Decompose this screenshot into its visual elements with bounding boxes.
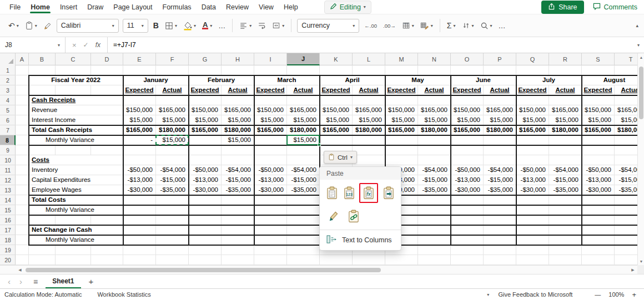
clipboard-paste-button[interactable]: ▾ xyxy=(22,18,40,33)
cell-P12[interactable]: -$15,000 xyxy=(484,175,516,185)
column-header-D[interactable]: D xyxy=(91,53,123,65)
number-format-select[interactable]: Currency▾ xyxy=(297,19,359,33)
cell-R7[interactable]: $180,000 xyxy=(549,125,581,135)
cell-L6[interactable]: $15,000 xyxy=(353,115,385,125)
find-button[interactable]: ▾ xyxy=(477,18,495,33)
column-header-G[interactable]: G xyxy=(189,53,222,65)
cell-T5[interactable]: $165,000 xyxy=(615,105,637,115)
scroll-down-icon[interactable]: ▼ xyxy=(638,257,644,265)
cell-B2[interactable]: Fiscal Year 2022 xyxy=(29,75,123,85)
row-header-4[interactable]: 4 xyxy=(0,95,16,105)
enter-icon[interactable]: ✓ xyxy=(83,41,89,49)
cell-T11[interactable]: -$54,000 xyxy=(615,165,637,175)
cell-P3[interactable]: Actual xyxy=(484,85,516,95)
cell-O2[interactable]: June xyxy=(451,75,516,85)
cell-T12[interactable]: -$15,000 xyxy=(615,175,637,185)
row-header-16[interactable]: 16 xyxy=(0,215,16,225)
cell-S11[interactable]: -$50,000 xyxy=(582,165,614,175)
cell-J13[interactable]: -$35,000 xyxy=(287,185,319,195)
cell-L7[interactable]: $180,000 xyxy=(353,125,385,135)
cell-F3[interactable]: Actual xyxy=(156,85,188,95)
cell-Q12[interactable]: -$13,000 xyxy=(516,175,549,185)
text-to-columns-item[interactable]: Text to Columns xyxy=(320,231,401,250)
menu-tab-file[interactable]: File xyxy=(4,1,26,13)
cell-F5[interactable]: $165,000 xyxy=(156,105,188,115)
cell-B14[interactable]: Total Costs xyxy=(29,195,123,205)
cell-G13[interactable]: -$30,000 xyxy=(189,185,221,195)
font-size-select[interactable]: 11▾ xyxy=(123,19,148,33)
select-all-button[interactable] xyxy=(0,53,16,65)
column-header-P[interactable]: P xyxy=(484,53,516,65)
cell-N13[interactable]: -$35,000 xyxy=(418,185,450,195)
cell-Q3[interactable]: Expected xyxy=(516,85,549,95)
increase-decimal-button[interactable]: ←.00 xyxy=(361,18,380,33)
column-header-A[interactable]: A xyxy=(16,53,29,65)
scroll-left-icon[interactable]: ◀ xyxy=(16,266,24,274)
cell-Q11[interactable]: -$50,000 xyxy=(516,165,549,175)
cell-B6[interactable]: Interest Income xyxy=(29,115,123,125)
column-header-N[interactable]: N xyxy=(418,53,451,65)
paste-options-button[interactable]: Ctrl ▾ xyxy=(324,151,357,164)
cell-G5[interactable]: $150,000 xyxy=(189,105,221,115)
row-header-7[interactable]: 7 xyxy=(0,125,16,135)
cell-J5[interactable]: $165,000 xyxy=(287,105,319,115)
cell-Q6[interactable]: $15,000 xyxy=(516,115,549,125)
cell-B13[interactable]: Employee Wages xyxy=(29,185,123,195)
row-header-9[interactable]: 9 xyxy=(0,145,16,155)
cell-B8[interactable]: Monthly Variance xyxy=(29,135,123,145)
cell-P5[interactable]: $165,000 xyxy=(484,105,516,115)
undo-button[interactable]: ↶▾ xyxy=(6,18,22,33)
cell-R3[interactable]: Actual xyxy=(549,85,581,95)
cell-Q7[interactable]: $165,000 xyxy=(516,125,549,135)
row-header-8[interactable]: 8 xyxy=(0,135,16,145)
cell-E8[interactable]: - xyxy=(123,135,155,145)
row-header-20[interactable]: 20 xyxy=(0,255,16,265)
conditional-formatting-button[interactable]: ▾ xyxy=(417,18,436,33)
editing-mode-dropdown[interactable]: Editing ▾ xyxy=(324,1,371,14)
cell-T6[interactable]: $15,000 xyxy=(615,115,637,125)
menu-tab-view[interactable]: View xyxy=(254,1,279,13)
cell-I11[interactable]: -$50,000 xyxy=(254,165,286,175)
cell-I13[interactable]: -$30,000 xyxy=(254,185,286,195)
more-commands-button[interactable]: … xyxy=(496,18,509,33)
cell-M5[interactable]: $150,000 xyxy=(385,105,417,115)
cell-H5[interactable]: $165,000 xyxy=(222,105,254,115)
cell-T3[interactable]: Actual xyxy=(615,85,637,95)
column-header-S[interactable]: S xyxy=(582,53,615,65)
format-as-table-button[interactable]: ▾ xyxy=(399,18,417,33)
feedback-link[interactable]: Give Feedback to Microsoft xyxy=(498,291,572,298)
cell-P7[interactable]: $180,000 xyxy=(484,125,516,135)
prev-sheet-button[interactable]: ‹ xyxy=(4,277,14,286)
cell-O7[interactable]: $165,000 xyxy=(451,125,483,135)
cell-K2[interactable]: April xyxy=(320,75,385,85)
cell-R6[interactable]: $15,000 xyxy=(549,115,581,125)
cell-I12[interactable]: -$13,000 xyxy=(254,175,286,185)
cell-K7[interactable]: $165,000 xyxy=(320,125,352,135)
row-header-11[interactable]: 11 xyxy=(0,165,16,175)
cell-J6[interactable]: $15,000 xyxy=(287,115,319,125)
cell-K3[interactable]: Expected xyxy=(320,85,352,95)
formula-input[interactable]: =+J7-I7 xyxy=(108,37,633,53)
cell-H13[interactable]: -$35,000 xyxy=(222,185,254,195)
fill-color-button[interactable]: ▾ xyxy=(180,18,199,33)
row-header-2[interactable]: 2 xyxy=(0,75,16,85)
cell-N7[interactable]: $180,000 xyxy=(418,125,450,135)
row-header-17[interactable]: 17 xyxy=(0,225,16,235)
cell-G7[interactable]: $165,000 xyxy=(189,125,221,135)
share-button[interactable]: Share xyxy=(541,1,583,14)
cell-E7[interactable]: $165,000 xyxy=(123,125,155,135)
all-sheets-menu-icon[interactable]: ≡ xyxy=(28,277,43,286)
cell-B4[interactable]: Cash Receipts xyxy=(29,95,123,105)
cell-E12[interactable]: -$13,000 xyxy=(123,175,155,185)
cell-O6[interactable]: $15,000 xyxy=(451,115,483,125)
cell-P11[interactable]: -$54,000 xyxy=(484,165,516,175)
column-header-E[interactable]: E xyxy=(123,53,156,65)
cell-B11[interactable]: Inventory xyxy=(29,165,123,175)
cell-M3[interactable]: Expected xyxy=(385,85,417,95)
column-header-F[interactable]: F xyxy=(156,53,189,65)
cell-F6[interactable]: $15,000 xyxy=(156,115,188,125)
cell-S13[interactable]: -$30,000 xyxy=(582,185,614,195)
font-color-button[interactable]: A ▾ xyxy=(199,18,215,33)
sort-filter-button[interactable]: ▾ xyxy=(459,18,477,33)
cell-E2[interactable]: January xyxy=(123,75,188,85)
